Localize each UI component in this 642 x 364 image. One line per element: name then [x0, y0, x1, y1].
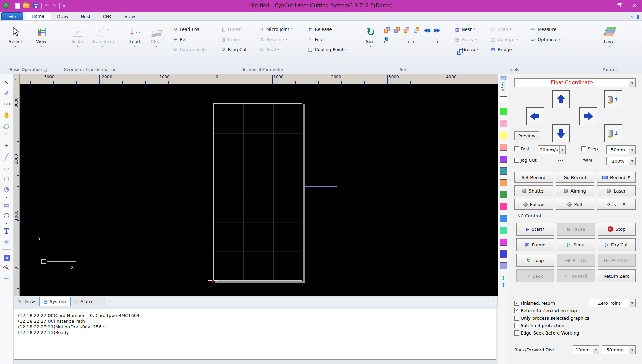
laser-button[interactable]: Laser — [597, 185, 636, 196]
restore-button[interactable] — [611, 0, 626, 12]
minimize-button[interactable]: — — [595, 0, 611, 12]
simu-button[interactable]: ▷Simu — [557, 238, 595, 251]
stop-button[interactable]: ✕Stop — [598, 223, 636, 236]
zoom-tool-icon[interactable]: ○ — [0, 120, 13, 131]
array-button[interactable]: ▦Array▾ — [452, 34, 488, 44]
combine-icon[interactable] — [0, 252, 13, 263]
layer-color-swatch[interactable] — [500, 191, 507, 198]
jog-left-button[interactable] — [526, 107, 544, 125]
release-button[interactable]: ↱Release — [305, 24, 356, 34]
tab-system-log[interactable]: ▤System — [39, 297, 71, 306]
micro-joint-button[interactable]: ⇢Micro Joint▾ — [257, 24, 305, 34]
layer-color-swatch[interactable] — [500, 262, 507, 269]
layer-color-swatch[interactable] — [500, 250, 507, 258]
pwm-select[interactable]: 100%▼ — [606, 157, 636, 165]
tab-home[interactable]: Home — [25, 12, 51, 20]
sort-order-icon[interactable] — [384, 27, 390, 33]
nozzle-up-button[interactable]: ↑ — [604, 90, 622, 108]
save-icon[interactable] — [33, 3, 38, 8]
scroll-left-icon[interactable]: ‹ — [106, 297, 115, 306]
part-lib-icon[interactable]: ✱ — [0, 237, 13, 247]
plate-rectangle[interactable] — [213, 103, 302, 281]
new-file-icon[interactable] — [15, 3, 20, 9]
layer-color-swatch[interactable] — [500, 179, 507, 186]
circle-tool-icon[interactable]: ○ — [0, 173, 13, 184]
select-button[interactable]: Select ▾ — [5, 23, 26, 48]
return-target-select[interactable]: Zero Point▼ — [589, 299, 636, 307]
layer-color-swatch[interactable] — [500, 215, 507, 222]
reverse-button[interactable]: ⇅Reverse▾ — [257, 34, 305, 44]
outer-button[interactable]: ◧Outer — [219, 24, 257, 34]
jog-up-button[interactable] — [552, 90, 570, 108]
only-selected-checkbox[interactable] — [514, 316, 519, 321]
scroll-track[interactable] — [115, 297, 488, 306]
tab-view[interactable]: View — [119, 13, 141, 20]
quick-access-dropdown-icon[interactable]: ▼ — [63, 4, 65, 8]
select-tool-icon[interactable]: ↖ — [0, 77, 13, 88]
rectangle-tool-icon[interactable]: ▭ — [0, 199, 13, 210]
layer-color-swatch[interactable] — [500, 144, 507, 151]
flyout-arrow-icon[interactable]: ▸ — [0, 131, 13, 136]
redo-icon[interactable]: ↷ — [52, 3, 57, 8]
sequence-tool-icon[interactable]: 123 — [0, 99, 13, 109]
fillet-button[interactable]: ◝Fillet — [305, 34, 356, 44]
open-file-icon[interactable] — [23, 3, 30, 8]
soft-limit-checkbox[interactable] — [514, 323, 519, 328]
compensate-button[interactable]: ≋Compensate — [170, 44, 219, 55]
jog-down-button[interactable] — [552, 124, 570, 142]
text-tool-icon[interactable]: T — [0, 226, 13, 237]
edge-seek-checkbox[interactable] — [514, 330, 519, 336]
layer-color-swatch[interactable] — [500, 156, 507, 163]
tab-draw-log[interactable]: ✎Draw — [14, 297, 39, 306]
step-checkbox[interactable] — [581, 146, 586, 151]
undo-icon[interactable]: ↶ — [45, 3, 49, 8]
optimize-button[interactable]: ▱Optimize▾ — [528, 34, 572, 44]
frame-button[interactable]: ▣Frame — [516, 238, 554, 251]
back-forward-speed-select[interactable]: 50mm/s▼ — [602, 345, 636, 354]
flyout-arrow-icon[interactable]: ▸ — [0, 221, 13, 226]
pie-tool-icon[interactable]: ◔ — [0, 184, 13, 195]
sort-order-icon[interactable] — [414, 27, 420, 33]
tab-draw[interactable]: Draw — [51, 13, 75, 20]
lead-button[interactable]: ↓⌣ Lead ▾ — [125, 23, 144, 48]
preview-button[interactable]: Preview — [514, 131, 539, 140]
optimize-wand-icon[interactable] — [0, 263, 13, 274]
pan-tool-icon[interactable]: ✋ — [0, 109, 13, 120]
group-button[interactable]: Group▾ — [452, 44, 488, 55]
move-layer-bottom-icon[interactable]: ↧ — [501, 282, 505, 288]
scroll-right-icon[interactable]: › — [488, 297, 497, 306]
layer-color-swatch[interactable] — [500, 203, 507, 210]
tab-file[interactable]: File — [1, 12, 23, 20]
step-distance-select[interactable]: 50mm▼ — [606, 145, 636, 154]
inner-button[interactable]: ◨Inner — [219, 34, 257, 44]
layer-button[interactable]: Layer ▾ — [600, 23, 621, 48]
nozzle-down-button[interactable]: ↓ — [604, 124, 622, 142]
jog-cut-checkbox[interactable] — [514, 158, 519, 163]
pt-cont-button[interactable]: ▮▶Pt CONT — [598, 254, 636, 267]
measure-button[interactable]: ↔Measure — [528, 24, 572, 34]
horizontal-scrollbar[interactable]: ‹ › — [106, 297, 498, 306]
scale-button[interactable]: ⇗ Scale ▾ — [67, 23, 88, 48]
slider-thumb[interactable] — [385, 37, 388, 41]
layer-color-swatch[interactable] — [500, 132, 507, 139]
node-edit-tool-icon[interactable]: ✐ — [0, 88, 13, 99]
next-fast-icon[interactable]: ▶▶ — [434, 27, 439, 33]
sort-order-icon[interactable] — [404, 27, 410, 33]
set-record-button[interactable]: Set Record — [514, 172, 553, 183]
go-record-button[interactable]: Go Record — [556, 172, 594, 183]
record-dropdown-button[interactable]: Record▼ — [597, 172, 636, 183]
tab-nest[interactable]: Nest — [75, 13, 97, 20]
nest-button[interactable]: ▦Nest▾ — [452, 24, 488, 34]
point-tool-icon[interactable]: + — [0, 140, 13, 151]
layer-color-swatch[interactable] — [500, 167, 507, 175]
view-button[interactable]: View ▾ — [31, 23, 52, 48]
jog-cut-more-link[interactable]: ... — [558, 157, 564, 162]
coedge-button[interactable]: ◫Coedge▾ — [488, 34, 528, 44]
forward-button[interactable]: »Forward — [557, 269, 595, 282]
scan-button[interactable]: ⇄Scan▾ — [488, 24, 528, 34]
aiming-button[interactable]: Aiming — [556, 185, 594, 196]
sort-slider[interactable] — [384, 38, 438, 43]
loop-button[interactable]: ↻Loop — [516, 254, 554, 267]
drawing-canvas[interactable]: Y X — [20, 84, 498, 296]
sort-order-icon[interactable] — [394, 27, 400, 33]
